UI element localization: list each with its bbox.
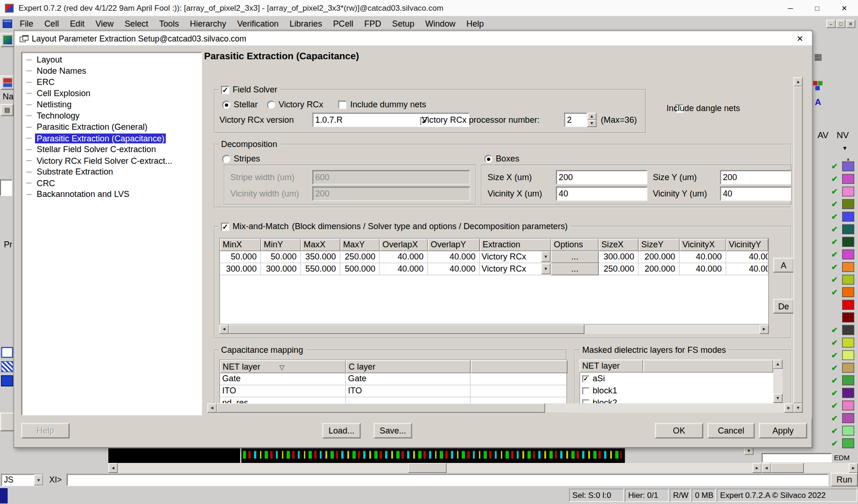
mm-column-header[interactable]: MinX [220, 238, 261, 251]
mm-cell[interactable]: 40.000 [726, 251, 768, 263]
mm-column-header[interactable]: SizeX [598, 238, 639, 251]
minimize-icon[interactable]: ─ [777, 0, 804, 16]
cap-column-header[interactable]: NET layer▽ [220, 360, 346, 373]
add-row-button[interactable]: A [773, 258, 794, 273]
layer-swatch[interactable] [842, 337, 854, 347]
load-button[interactable]: Load... [322, 423, 360, 438]
mm-cell[interactable]: 40.000 [680, 251, 726, 263]
cap-cell[interactable]: Gate [346, 373, 471, 385]
tree-item[interactable]: Parasitic Extraction (Capacitance) [22, 133, 201, 144]
scroll-down-icon[interactable]: ▼ [794, 403, 803, 413]
palette-row[interactable]: ✔ [830, 374, 858, 386]
scrollbar-thumb[interactable] [217, 403, 545, 413]
mm-cell[interactable]: 200.000 [639, 263, 680, 275]
grid-icon[interactable]: ▦ [813, 51, 823, 61]
tree-item[interactable]: ERC [22, 77, 201, 88]
mm-column-header[interactable]: Options [551, 238, 598, 251]
palette-row[interactable]: ✔ [830, 424, 858, 437]
mdi-restore-icon[interactable]: □ [836, 20, 845, 28]
mm-cell[interactable]: 50.000 [220, 251, 261, 263]
layer-swatch[interactable] [842, 388, 854, 398]
dialog-close-icon[interactable]: ✕ [794, 34, 806, 44]
extraction-combo[interactable]: Victory RCx▼ [480, 251, 551, 263]
menu-item-window[interactable]: Window [420, 16, 461, 31]
chevron-down-icon[interactable]: ▼ [541, 251, 550, 262]
mm-column-header[interactable]: MaxY [340, 238, 380, 251]
command-input[interactable] [67, 474, 829, 486]
caret-down-icon[interactable]: ▾ [843, 145, 846, 152]
vicinity-y-input[interactable]: 40 [720, 187, 791, 201]
maximize-icon[interactable]: □ [804, 0, 830, 16]
chevron-down-icon[interactable]: ▼ [541, 263, 550, 274]
palette-row[interactable]: ✔ [830, 160, 858, 172]
victory-rcx-radio[interactable] [267, 101, 275, 109]
vicinity-width-input[interactable]: 200 [312, 187, 470, 201]
palette-row[interactable]: ✔ [830, 437, 858, 449]
palette-row[interactable]: ✔ [830, 323, 858, 336]
layer-swatch[interactable] [842, 350, 854, 360]
scroll-down-icon[interactable]: ▼ [773, 393, 782, 403]
palette-row[interactable]: ✔ [830, 248, 858, 260]
menu-item-verification[interactable]: Verification [232, 16, 284, 31]
tree-item[interactable]: Netlisting [22, 99, 201, 110]
mm-column-header[interactable]: Extraction [480, 238, 551, 251]
mm-table-hscrollbar[interactable]: ◄ ► [219, 324, 769, 334]
extraction-combo[interactable]: Victory RCx▼ [480, 263, 551, 275]
mm-column-header[interactable]: OverlapX [380, 238, 428, 251]
scroll-right-icon[interactable]: ► [784, 403, 794, 413]
mm-cell[interactable]: 300.000 [598, 251, 639, 263]
mm-cell[interactable]: 300.000 [220, 263, 261, 275]
options-button[interactable]: ... [551, 263, 598, 275]
cap-row[interactable]: GateGate [220, 373, 566, 385]
mm-column-header[interactable]: MaxX [301, 238, 340, 251]
vicinity-x-input[interactable]: 40 [556, 187, 647, 201]
menu-item-help[interactable]: Help [461, 16, 489, 31]
toolbar-button[interactable] [0, 76, 14, 90]
palette-row[interactable]: ✔ [830, 197, 858, 210]
mm-cell[interactable]: 40.000 [726, 263, 768, 275]
tree-item[interactable]: Cell Explosion [22, 88, 201, 99]
stepper-down-icon[interactable]: ▼ [587, 120, 597, 127]
palette-row[interactable]: ✔ [830, 235, 858, 248]
tree-item[interactable]: Technology [22, 110, 201, 121]
layer-style-swatch[interactable] [1, 361, 13, 372]
mm-cell[interactable]: 40.000 [428, 251, 480, 263]
scroll-right-icon[interactable]: ► [849, 463, 858, 473]
run-button[interactable]: Run [830, 473, 858, 486]
layer-swatch[interactable] [842, 300, 854, 309]
colors-icon[interactable] [813, 81, 823, 91]
palette-row[interactable]: ✔ [830, 361, 858, 374]
menu-item-file[interactable]: File [14, 16, 39, 31]
cap-row[interactable]: ITOITO [220, 385, 566, 398]
masked-item[interactable]: aSi [580, 373, 774, 385]
palette-row[interactable]: ✔ [830, 273, 858, 286]
cap-cell[interactable]: ITO [220, 385, 346, 398]
tree-item[interactable]: Node Names [22, 65, 201, 77]
cap-column-header[interactable]: C layer [346, 360, 471, 373]
layer-swatch[interactable] [842, 237, 854, 246]
processor-number-stepper[interactable]: ▲ ▼ [587, 113, 597, 127]
mm-cell[interactable]: 350.000 [301, 251, 340, 263]
menu-item-select[interactable]: Select [119, 16, 154, 31]
ok-button[interactable]: OK [655, 423, 703, 438]
tree-item[interactable]: Parasitic Extraction (General) [22, 121, 201, 133]
mm-cell[interactable]: 550.000 [301, 263, 340, 275]
toolbar-button[interactable]: ▤ [0, 104, 14, 116]
menu-item-fpd[interactable]: FPD [359, 16, 387, 31]
scroll-left-icon[interactable]: ◄ [219, 324, 229, 334]
palette-row[interactable]: ✔ [830, 412, 858, 424]
mm-cell[interactable]: 250.000 [340, 251, 380, 263]
size-y-input[interactable]: 200 [720, 170, 791, 184]
scroll-left-icon[interactable]: ◄ [207, 403, 217, 413]
tree-item[interactable]: Layout [22, 54, 201, 65]
menu-item-view[interactable]: View [90, 16, 120, 31]
menu-item-hierarchy[interactable]: Hierarchy [184, 16, 232, 31]
mdi-minimize-icon[interactable]: – [826, 20, 836, 28]
mm-cell[interactable]: 40.000 [380, 251, 428, 263]
secondary-hscrollbar[interactable]: ◄ ► [762, 463, 858, 473]
scrollbar-thumb[interactable] [408, 463, 446, 473]
palette-row[interactable]: ✔ [830, 336, 858, 349]
palette-row[interactable]: ✔ [830, 386, 858, 399]
layer-swatch[interactable] [842, 400, 854, 410]
menu-item-edit[interactable]: Edit [64, 16, 90, 31]
